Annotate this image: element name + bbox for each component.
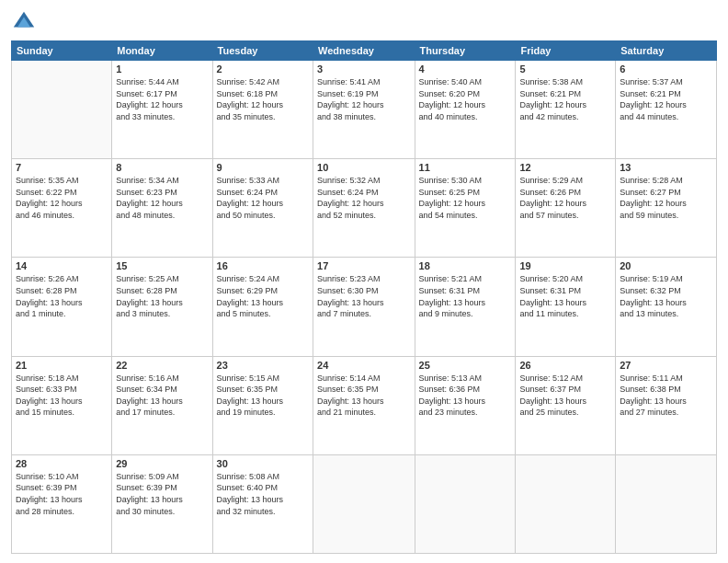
calendar-cell: 18Sunrise: 5:21 AM Sunset: 6:31 PM Dayli… bbox=[415, 258, 516, 356]
day-content: Sunrise: 5:29 AM Sunset: 6:26 PM Dayligh… bbox=[519, 175, 611, 221]
calendar-cell: 15Sunrise: 5:25 AM Sunset: 6:28 PM Dayli… bbox=[112, 258, 212, 356]
calendar-cell: 10Sunrise: 5:32 AM Sunset: 6:24 PM Dayli… bbox=[313, 159, 415, 258]
day-number: 3 bbox=[317, 63, 411, 75]
day-number: 30 bbox=[217, 458, 309, 469]
day-content: Sunrise: 5:24 AM Sunset: 6:29 PM Dayligh… bbox=[217, 273, 309, 319]
day-number: 25 bbox=[419, 360, 512, 371]
weekday-header-sunday: Sunday bbox=[12, 41, 112, 61]
day-number: 23 bbox=[217, 360, 309, 371]
day-content: Sunrise: 5:44 AM Sunset: 6:17 PM Dayligh… bbox=[116, 76, 208, 122]
calendar-cell: 24Sunrise: 5:14 AM Sunset: 6:35 PM Dayli… bbox=[313, 356, 415, 454]
page: SundayMondayTuesdayWednesdayThursdayFrid… bbox=[0, 0, 728, 563]
calendar-cell bbox=[313, 454, 415, 553]
day-content: Sunrise: 5:37 AM Sunset: 6:21 PM Dayligh… bbox=[620, 76, 712, 122]
weekday-header-friday: Friday bbox=[516, 41, 616, 61]
day-content: Sunrise: 5:11 AM Sunset: 6:38 PM Dayligh… bbox=[620, 373, 712, 419]
day-content: Sunrise: 5:41 AM Sunset: 6:19 PM Dayligh… bbox=[317, 76, 411, 122]
day-number: 29 bbox=[116, 458, 208, 469]
calendar-cell: 16Sunrise: 5:24 AM Sunset: 6:29 PM Dayli… bbox=[212, 258, 313, 356]
day-content: Sunrise: 5:33 AM Sunset: 6:24 PM Dayligh… bbox=[217, 175, 309, 221]
day-content: Sunrise: 5:14 AM Sunset: 6:35 PM Dayligh… bbox=[317, 373, 411, 419]
weekday-header-monday: Monday bbox=[112, 41, 212, 61]
day-number: 20 bbox=[620, 260, 712, 271]
day-content: Sunrise: 5:30 AM Sunset: 6:25 PM Dayligh… bbox=[419, 175, 512, 221]
calendar-cell: 22Sunrise: 5:16 AM Sunset: 6:34 PM Dayli… bbox=[112, 356, 212, 454]
day-content: Sunrise: 5:23 AM Sunset: 6:30 PM Dayligh… bbox=[317, 273, 411, 319]
day-number: 5 bbox=[519, 63, 611, 75]
day-number: 16 bbox=[217, 260, 309, 271]
day-number: 18 bbox=[419, 260, 512, 271]
week-row-2: 14Sunrise: 5:26 AM Sunset: 6:28 PM Dayli… bbox=[12, 258, 717, 356]
day-number: 4 bbox=[419, 63, 512, 75]
weekday-header-row: SundayMondayTuesdayWednesdayThursdayFrid… bbox=[12, 41, 717, 61]
calendar-cell: 8Sunrise: 5:34 AM Sunset: 6:23 PM Daylig… bbox=[112, 159, 212, 258]
day-content: Sunrise: 5:26 AM Sunset: 6:28 PM Dayligh… bbox=[16, 273, 108, 319]
calendar-cell: 28Sunrise: 5:10 AM Sunset: 6:39 PM Dayli… bbox=[12, 454, 112, 553]
calendar-cell: 11Sunrise: 5:30 AM Sunset: 6:25 PM Dayli… bbox=[415, 159, 516, 258]
day-content: Sunrise: 5:09 AM Sunset: 6:39 PM Dayligh… bbox=[116, 471, 208, 517]
day-content: Sunrise: 5:21 AM Sunset: 6:31 PM Dayligh… bbox=[419, 273, 512, 319]
calendar-cell: 20Sunrise: 5:19 AM Sunset: 6:32 PM Dayli… bbox=[616, 258, 717, 356]
week-row-4: 28Sunrise: 5:10 AM Sunset: 6:39 PM Dayli… bbox=[12, 454, 717, 553]
day-number: 7 bbox=[16, 162, 108, 173]
calendar-cell: 19Sunrise: 5:20 AM Sunset: 6:31 PM Dayli… bbox=[516, 258, 616, 356]
calendar-cell: 26Sunrise: 5:12 AM Sunset: 6:37 PM Dayli… bbox=[516, 356, 616, 454]
calendar-cell: 3Sunrise: 5:41 AM Sunset: 6:19 PM Daylig… bbox=[313, 61, 415, 159]
day-number: 24 bbox=[317, 360, 411, 371]
day-number: 22 bbox=[116, 360, 208, 371]
day-number: 9 bbox=[217, 162, 309, 173]
day-number: 15 bbox=[116, 260, 208, 271]
day-content: Sunrise: 5:32 AM Sunset: 6:24 PM Dayligh… bbox=[317, 175, 411, 221]
calendar-cell: 14Sunrise: 5:26 AM Sunset: 6:28 PM Dayli… bbox=[12, 258, 112, 356]
header bbox=[11, 9, 717, 35]
day-content: Sunrise: 5:19 AM Sunset: 6:32 PM Dayligh… bbox=[620, 273, 712, 319]
day-content: Sunrise: 5:15 AM Sunset: 6:35 PM Dayligh… bbox=[217, 373, 309, 419]
calendar-cell: 6Sunrise: 5:37 AM Sunset: 6:21 PM Daylig… bbox=[616, 61, 717, 159]
day-content: Sunrise: 5:13 AM Sunset: 6:36 PM Dayligh… bbox=[419, 373, 512, 419]
calendar-cell bbox=[12, 61, 112, 159]
calendar-cell: 9Sunrise: 5:33 AM Sunset: 6:24 PM Daylig… bbox=[212, 159, 313, 258]
day-number: 11 bbox=[419, 162, 512, 173]
day-content: Sunrise: 5:38 AM Sunset: 6:21 PM Dayligh… bbox=[519, 76, 611, 122]
logo bbox=[11, 9, 40, 35]
day-number: 10 bbox=[317, 162, 411, 173]
day-content: Sunrise: 5:16 AM Sunset: 6:34 PM Dayligh… bbox=[116, 373, 208, 419]
day-number: 1 bbox=[116, 63, 208, 75]
day-number: 28 bbox=[16, 458, 108, 469]
weekday-header-thursday: Thursday bbox=[415, 41, 516, 61]
day-content: Sunrise: 5:25 AM Sunset: 6:28 PM Dayligh… bbox=[116, 273, 208, 319]
calendar-cell: 4Sunrise: 5:40 AM Sunset: 6:20 PM Daylig… bbox=[415, 61, 516, 159]
day-number: 26 bbox=[519, 360, 611, 371]
day-content: Sunrise: 5:28 AM Sunset: 6:27 PM Dayligh… bbox=[620, 175, 712, 221]
calendar-cell: 27Sunrise: 5:11 AM Sunset: 6:38 PM Dayli… bbox=[616, 356, 717, 454]
calendar-cell: 21Sunrise: 5:18 AM Sunset: 6:33 PM Dayli… bbox=[12, 356, 112, 454]
week-row-1: 7Sunrise: 5:35 AM Sunset: 6:22 PM Daylig… bbox=[12, 159, 717, 258]
day-number: 2 bbox=[217, 63, 309, 75]
day-content: Sunrise: 5:40 AM Sunset: 6:20 PM Dayligh… bbox=[419, 76, 512, 122]
calendar-cell: 23Sunrise: 5:15 AM Sunset: 6:35 PM Dayli… bbox=[212, 356, 313, 454]
day-content: Sunrise: 5:18 AM Sunset: 6:33 PM Dayligh… bbox=[16, 373, 108, 419]
calendar-cell: 13Sunrise: 5:28 AM Sunset: 6:27 PM Dayli… bbox=[616, 159, 717, 258]
day-content: Sunrise: 5:20 AM Sunset: 6:31 PM Dayligh… bbox=[519, 273, 611, 319]
day-content: Sunrise: 5:08 AM Sunset: 6:40 PM Dayligh… bbox=[217, 471, 309, 517]
day-content: Sunrise: 5:35 AM Sunset: 6:22 PM Dayligh… bbox=[16, 175, 108, 221]
day-number: 17 bbox=[317, 260, 411, 271]
day-number: 6 bbox=[620, 63, 712, 75]
day-number: 19 bbox=[519, 260, 611, 271]
calendar-cell: 5Sunrise: 5:38 AM Sunset: 6:21 PM Daylig… bbox=[516, 61, 616, 159]
logo-icon bbox=[11, 9, 37, 35]
calendar-cell bbox=[415, 454, 516, 553]
calendar-table: SundayMondayTuesdayWednesdayThursdayFrid… bbox=[11, 40, 717, 554]
weekday-header-tuesday: Tuesday bbox=[212, 41, 313, 61]
weekday-header-wednesday: Wednesday bbox=[313, 41, 415, 61]
day-number: 8 bbox=[116, 162, 208, 173]
day-content: Sunrise: 5:10 AM Sunset: 6:39 PM Dayligh… bbox=[16, 471, 108, 517]
week-row-0: 1Sunrise: 5:44 AM Sunset: 6:17 PM Daylig… bbox=[12, 61, 717, 159]
calendar-cell: 1Sunrise: 5:44 AM Sunset: 6:17 PM Daylig… bbox=[112, 61, 212, 159]
day-number: 27 bbox=[620, 360, 712, 371]
calendar-cell: 29Sunrise: 5:09 AM Sunset: 6:39 PM Dayli… bbox=[112, 454, 212, 553]
calendar-body: 1Sunrise: 5:44 AM Sunset: 6:17 PM Daylig… bbox=[12, 61, 717, 554]
day-number: 12 bbox=[519, 162, 611, 173]
calendar-cell: 25Sunrise: 5:13 AM Sunset: 6:36 PM Dayli… bbox=[415, 356, 516, 454]
day-content: Sunrise: 5:34 AM Sunset: 6:23 PM Dayligh… bbox=[116, 175, 208, 221]
